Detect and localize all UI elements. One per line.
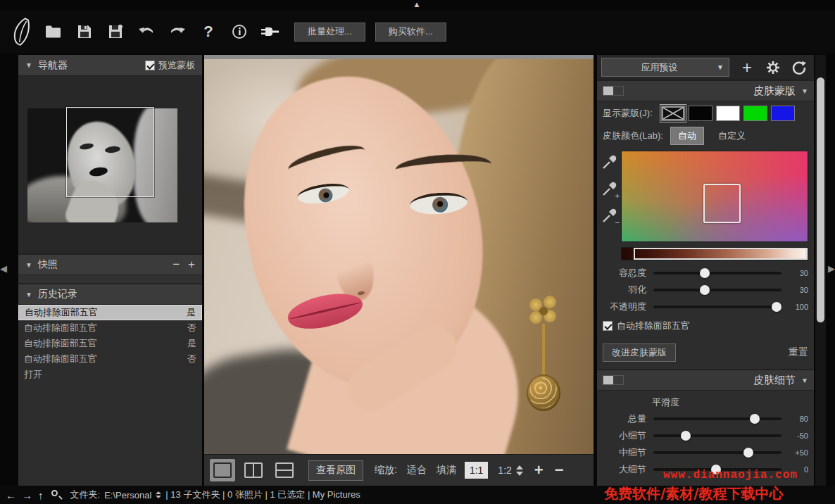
history-header[interactable]: ▼ 历史记录	[18, 284, 202, 305]
zoom-in-button[interactable]: +	[534, 461, 544, 479]
feather-slider[interactable]	[653, 289, 781, 291]
checkbox-icon[interactable]	[603, 321, 613, 331]
mask-swatch-none[interactable]	[661, 106, 685, 121]
help-icon[interactable]: ?	[194, 20, 222, 44]
history-list: 自动排除面部五官 是 自动排除面部五官 否 自动排除面部五官 是 自动排除面部五…	[18, 305, 202, 382]
reset-refresh-icon[interactable]	[789, 58, 810, 77]
zoom-out-button[interactable]: −	[555, 461, 564, 479]
view-original-button[interactable]: 查看原图	[308, 460, 363, 481]
right-panel-scrollbar[interactable]	[815, 55, 826, 486]
snapshot-remove-button[interactable]: −	[172, 258, 180, 272]
checkbox-icon[interactable]	[145, 61, 155, 70]
slider-value: 30	[781, 286, 808, 294]
single-view-button[interactable]	[210, 459, 235, 481]
reset-button[interactable]: 重置	[789, 346, 808, 359]
improve-skin-mask-button[interactable]: 改进皮肤蒙版	[603, 344, 676, 362]
skin-detail-title: 皮肤细节	[753, 374, 796, 387]
collapse-triangle-icon[interactable]: ▼	[25, 61, 32, 69]
opacity-slider[interactable]	[653, 305, 781, 308]
tolerance-slider[interactable]	[653, 272, 781, 275]
small-detail-slider[interactable]	[653, 434, 781, 437]
eyedropper-subtract-icon[interactable]: −	[601, 208, 618, 225]
save-icon[interactable]	[70, 20, 99, 44]
search-icon[interactable]	[51, 489, 62, 500]
history-item[interactable]: 打开	[18, 367, 202, 382]
add-preset-button[interactable]: +	[736, 58, 758, 77]
preset-dropdown-label: 应用预设	[602, 61, 717, 74]
auto-exclude-features-checkbox[interactable]: 自动排除面部五官	[597, 315, 814, 336]
apply-preset-dropdown[interactable]: 应用预设 ▼	[601, 58, 729, 77]
slider-knob[interactable]	[772, 302, 781, 312]
mask-swatch-black[interactable]	[689, 106, 712, 121]
eyedropper-tools: + −	[601, 151, 621, 242]
snapshots-title: 快照	[38, 258, 58, 271]
luminance-bar[interactable]	[621, 247, 808, 260]
slider-label: 小细节	[603, 429, 653, 442]
snapshot-add-button[interactable]: +	[188, 258, 195, 272]
watermark-url: www.diannaojia.com	[663, 469, 798, 481]
medium-detail-slider[interactable]	[653, 451, 781, 454]
mask-swatch-white[interactable]	[716, 106, 740, 121]
split-vertical-view-button[interactable]	[241, 459, 266, 481]
skin-mask-enable-toggle[interactable]	[603, 86, 624, 96]
image-viewer: 查看原图 缩放: 适合 填满 1:1 1:2 + −	[204, 55, 594, 486]
collapse-triangle-icon[interactable]: ▼	[25, 291, 32, 298]
top-panel-collapse-icon[interactable]: ▲	[407, 0, 427, 9]
navigator-crop-rect[interactable]	[66, 107, 154, 197]
folder-path-spinner[interactable]	[156, 491, 161, 498]
zoom-fit-button[interactable]: 适合	[407, 464, 427, 477]
plugin-icon[interactable]	[256, 20, 284, 44]
folder-path[interactable]: E:\Personal	[104, 490, 151, 500]
forward-icon[interactable]: →	[22, 489, 32, 501]
zoom-ratio-spinner[interactable]	[516, 465, 523, 476]
zoom-1to1-button[interactable]: 1:1	[465, 462, 488, 479]
gradient-selection-rect[interactable]	[703, 184, 741, 223]
history-item[interactable]: 自动排除面部五官 否	[18, 320, 202, 336]
slider-label: 容忍度	[603, 267, 653, 279]
right-panel-collapse-icon[interactable]: ▶	[828, 263, 835, 274]
left-panel-collapse-icon[interactable]: ◀	[0, 263, 7, 274]
preview-mask-checkbox[interactable]: 预览蒙板	[145, 59, 195, 72]
mask-swatch-green[interactable]	[743, 106, 767, 121]
luminance-selection-range[interactable]	[634, 248, 807, 260]
zoom-fill-button[interactable]: 填满	[437, 464, 456, 477]
redo-icon[interactable]	[163, 20, 192, 44]
collapse-triangle-icon[interactable]: ▼	[801, 377, 808, 384]
skin-color-custom-button[interactable]: 自定义	[711, 127, 753, 144]
snapshots-header[interactable]: ▼ 快照 − +	[18, 254, 202, 275]
undo-icon[interactable]	[132, 20, 161, 44]
up-folder-icon[interactable]: ↑	[38, 489, 44, 501]
slider-knob[interactable]	[743, 448, 753, 458]
split-horizontal-view-button[interactable]	[272, 459, 297, 481]
skin-detail-enable-toggle[interactable]	[603, 375, 624, 385]
photo-canvas[interactable]	[204, 59, 594, 454]
slider-knob[interactable]	[700, 285, 710, 295]
open-folder-icon[interactable]	[39, 20, 68, 44]
buy-software-button[interactable]: 购买软件...	[375, 23, 446, 42]
info-icon[interactable]	[225, 20, 253, 44]
amount-slider[interactable]	[653, 417, 781, 420]
slider-knob[interactable]	[750, 414, 760, 424]
preset-settings-gear-icon[interactable]	[762, 58, 784, 77]
skin-color-auto-button[interactable]: 自动	[670, 127, 704, 145]
save-as-icon[interactable]	[101, 20, 130, 44]
history-title: 历史记录	[38, 288, 77, 301]
batch-process-button[interactable]: 批量处理...	[294, 23, 365, 42]
eyedropper-icon[interactable]	[601, 155, 618, 172]
mask-swatch-blue[interactable]	[771, 106, 795, 121]
eyedropper-add-icon[interactable]: +	[601, 182, 618, 199]
zoom-ratio-value[interactable]: 1:2	[498, 465, 511, 476]
history-item[interactable]: 自动排除面部五官 否	[18, 351, 202, 367]
collapse-triangle-icon[interactable]: ▼	[25, 261, 32, 269]
history-item[interactable]: 自动排除面部五官 是	[18, 305, 202, 320]
slider-knob[interactable]	[700, 268, 710, 278]
collapse-triangle-icon[interactable]: ▼	[801, 87, 808, 95]
skin-color-gradient-picker[interactable]	[621, 151, 808, 242]
slider-knob[interactable]	[681, 431, 691, 441]
navigator-header[interactable]: ▼ 导航器 预览蒙板	[18, 55, 202, 76]
history-item[interactable]: 自动排除面部五官 是	[18, 336, 202, 351]
history-item-label: 自动排除面部五官	[24, 353, 97, 365]
scrollbar-thumb[interactable]	[817, 77, 824, 322]
photo-earring-flower	[544, 296, 556, 308]
back-icon[interactable]: ←	[6, 489, 16, 501]
